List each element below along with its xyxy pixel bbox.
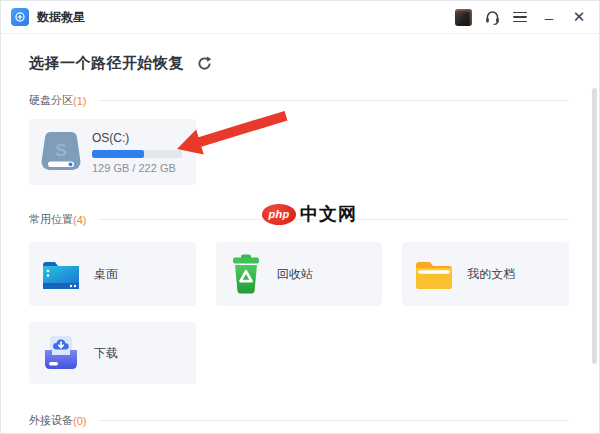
minimize-button[interactable]: – [541,9,557,26]
section-disk-partitions: 硬盘分区(1) [29,93,569,108]
scrollbar-thumb[interactable] [592,88,597,364]
main-content: 选择一个路径开始恢复 硬盘分区(1) S OS(C:) [1,54,599,428]
support-headset-icon[interactable] [484,9,501,26]
drive-progress-fill [92,150,144,158]
recycle-bin-icon [228,254,264,294]
user-avatar[interactable] [455,9,472,26]
section-divider [98,100,569,101]
section-count: (1) [73,95,86,107]
drive-card-os-c[interactable]: S OS(C:) 129 GB / 222 GB [29,119,196,185]
app-logo-icon [11,8,29,26]
section-count: (4) [73,214,86,226]
menu-icon[interactable] [513,12,527,23]
section-label: 常用位置 [29,212,73,227]
section-common-locations: 常用位置(4) [29,212,569,227]
page-title: 选择一个路径开始恢复 [29,54,184,73]
section-label: 硬盘分区 [29,93,73,108]
location-label: 回收站 [277,266,313,283]
app-window: 数据救星 – ✕ 选择一个路径开始恢复 硬盘分区(1) [0,0,600,434]
location-card-downloads[interactable]: 下载 [29,322,196,384]
documents-folder-icon [414,257,454,292]
refresh-icon[interactable] [197,56,212,71]
section-external-devices: 外接设备(0) [29,413,569,428]
section-count: (0) [73,415,86,427]
locations-row: 桌面 回收站 [29,242,569,306]
location-card-my-documents[interactable]: 我的文档 [402,242,569,306]
location-label: 桌面 [94,266,118,283]
section-divider [98,420,569,421]
desktop-folder-icon [41,257,81,292]
hard-drive-icon: S [39,129,83,175]
drive-info: OS(C:) 129 GB / 222 GB [92,131,182,174]
page-heading: 选择一个路径开始恢复 [29,54,569,73]
svg-text:S: S [55,141,66,160]
location-card-recycle-bin[interactable]: 回收站 [216,242,383,306]
locations-row-2: 下载 [29,322,569,384]
download-tray-icon [41,333,81,373]
drive-usage-text: 129 GB / 222 GB [92,162,182,174]
section-divider [98,219,569,220]
app-title: 数据救星 [37,9,85,26]
location-label: 下载 [94,345,118,362]
location-label: 我的文档 [467,266,515,283]
titlebar: 数据救星 – ✕ [1,1,599,34]
close-button[interactable]: ✕ [571,8,587,26]
drive-name: OS(C:) [92,131,182,145]
section-label: 外接设备 [29,413,73,428]
drive-usage-bar [92,150,182,158]
location-card-desktop[interactable]: 桌面 [29,242,196,306]
